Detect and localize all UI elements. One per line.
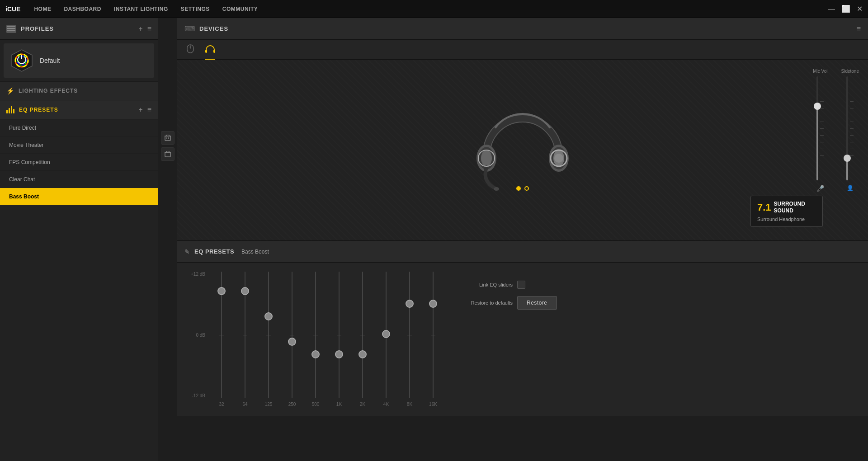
eq-handle-8k[interactable] bbox=[406, 300, 414, 308]
sidetone-ticks bbox=[850, 101, 854, 156]
mic-vol-slider-col: Mic Vol bbox=[813, 69, 827, 192]
maximize-button[interactable]: ⬜ bbox=[841, 5, 850, 13]
svg-marker-3 bbox=[11, 50, 32, 71]
eq-db-labels: +12 dB 0 dB -12 dB bbox=[191, 272, 210, 398]
eq-sliders-container: 32 64 bbox=[210, 272, 445, 407]
eq-panel-edit-icon: ✎ bbox=[184, 248, 190, 255]
nav-community[interactable]: COMMUNITY bbox=[222, 6, 258, 12]
link-eq-checkbox[interactable] bbox=[517, 281, 525, 289]
eq-label-250: 250 bbox=[288, 402, 296, 407]
eq-handle-32[interactable] bbox=[217, 287, 226, 295]
mic-icon: 🎤 bbox=[816, 185, 824, 192]
link-eq-row: Link EQ sliders bbox=[458, 281, 558, 289]
preset-item-movie-theater[interactable]: Movie Theater bbox=[0, 136, 158, 154]
sidetone-track[interactable] bbox=[846, 76, 848, 180]
headphone-area: 7.1 SURROUNDSOUND Surround Headphone Mic… bbox=[177, 60, 868, 240]
eq-db-max: +12 dB bbox=[191, 272, 205, 277]
preset-item-clear-chat[interactable]: Clear Chat bbox=[0, 171, 158, 188]
restore-row: Restore to defaults Restore bbox=[458, 296, 558, 310]
mic-vol-track[interactable] bbox=[816, 76, 818, 180]
svg-rect-1 bbox=[7, 28, 15, 29]
eq-label-32: 32 bbox=[219, 402, 224, 407]
svg-point-27 bbox=[481, 150, 492, 166]
eq-handle-1k[interactable] bbox=[335, 350, 343, 358]
delete-button[interactable] bbox=[161, 131, 175, 145]
eq-db-zero: 0 dB bbox=[196, 333, 205, 338]
profiles-menu-button[interactable]: ≡ bbox=[147, 25, 151, 33]
right-panel: ⌨ DEVICES ≡ bbox=[177, 18, 868, 461]
eq-handle-125[interactable] bbox=[264, 312, 273, 320]
svg-point-22 bbox=[190, 46, 191, 47]
eq-label-125: 125 bbox=[265, 402, 273, 407]
headphone-illustration bbox=[473, 100, 572, 200]
eq-handle-4k[interactable] bbox=[382, 330, 390, 338]
sidetone-icon: 👤 bbox=[847, 185, 854, 191]
headphone-image bbox=[473, 100, 572, 200]
preset-item-pure-direct[interactable]: Pure Direct bbox=[0, 119, 158, 136]
eq-label-16k: 16K bbox=[429, 402, 437, 407]
preset-item-bass-boost[interactable]: Bass Boost bbox=[0, 188, 158, 205]
svg-rect-8 bbox=[165, 136, 170, 141]
titlebar: iCUE HOME DASHBOARD INSTANT LIGHTING SET… bbox=[0, 0, 868, 18]
eq-db-min: -12 dB bbox=[192, 393, 205, 398]
eq-slider-32: 32 bbox=[210, 272, 233, 407]
eq-handle-16k[interactable] bbox=[429, 300, 437, 308]
svg-rect-23 bbox=[205, 50, 207, 53]
eq-slider-1k: 1K bbox=[327, 272, 351, 407]
close-button[interactable]: ✕ bbox=[857, 5, 863, 13]
eq-right-controls: Link EQ sliders Restore to defaults Rest… bbox=[458, 272, 558, 407]
device-tabs bbox=[177, 40, 868, 60]
window-controls: — ⬜ ✕ bbox=[828, 5, 863, 13]
add-profile-button[interactable]: + bbox=[138, 25, 142, 33]
eq-handle-64[interactable] bbox=[241, 287, 249, 295]
eq-presets-title: EQ PRESETS bbox=[19, 107, 134, 113]
profile-card[interactable]: Default bbox=[4, 43, 154, 78]
dot-filled bbox=[516, 186, 521, 191]
nav-home[interactable]: HOME bbox=[34, 6, 51, 12]
eq-icon bbox=[6, 106, 14, 113]
profiles-header: PROFILES + ≡ bbox=[0, 18, 158, 40]
mic-vol-label: Mic Vol bbox=[813, 69, 827, 74]
dot-empty bbox=[524, 186, 529, 191]
trash-button[interactable] bbox=[161, 147, 175, 161]
presets-menu-button[interactable]: ≡ bbox=[147, 106, 151, 114]
tab-headphones[interactable] bbox=[205, 40, 215, 60]
svg-rect-0 bbox=[7, 26, 15, 27]
eq-label-8k: 8K bbox=[407, 402, 412, 407]
surround-sub: Surround Headphone bbox=[757, 216, 816, 222]
devices-menu-icon[interactable]: ≡ bbox=[857, 25, 861, 33]
headphone-dots bbox=[516, 186, 529, 191]
minimize-button[interactable]: — bbox=[828, 5, 835, 13]
surround-version: 7.1 bbox=[757, 202, 771, 213]
eq-presets-actions: + ≡ bbox=[138, 106, 151, 114]
svg-rect-2 bbox=[7, 30, 15, 31]
eq-panel-title: EQ PRESETS bbox=[194, 248, 234, 255]
nav-settings[interactable]: SETTINGS bbox=[181, 6, 210, 12]
sidetone-slider-col: Sidetone bbox=[841, 69, 859, 191]
restore-defaults-button[interactable]: Restore bbox=[517, 296, 557, 310]
tab-mouse[interactable] bbox=[186, 40, 194, 60]
eq-slider-2k: 2K bbox=[351, 272, 374, 407]
eq-slider-16k: 16K bbox=[421, 272, 445, 407]
eq-label-2k: 2K bbox=[360, 402, 365, 407]
devices-title: DEVICES bbox=[199, 25, 857, 32]
add-preset-button[interactable]: + bbox=[138, 106, 142, 114]
keyboard-icon: ⌨ bbox=[184, 24, 195, 33]
eq-handle-500[interactable] bbox=[311, 350, 320, 358]
preset-item-fps-competition[interactable]: FPS Competition bbox=[0, 154, 158, 171]
nav-dashboard[interactable]: DASHBOARD bbox=[64, 6, 101, 12]
main-layout: PROFILES + ≡ Defa bbox=[0, 18, 868, 461]
eq-handle-250[interactable] bbox=[288, 338, 296, 346]
surround-badge: 7.1 SURROUNDSOUND Surround Headphone bbox=[750, 196, 823, 227]
eq-slider-64: 64 bbox=[233, 272, 257, 407]
svg-rect-24 bbox=[213, 50, 215, 53]
eq-label-500: 500 bbox=[312, 402, 320, 407]
sidetone-label: Sidetone bbox=[841, 69, 859, 74]
link-eq-label: Link EQ sliders bbox=[458, 282, 513, 287]
profiles-actions: + ≡ bbox=[138, 25, 151, 33]
nav-instant-lighting[interactable]: INSTANT LIGHTING bbox=[114, 6, 168, 12]
eq-handle-2k[interactable] bbox=[359, 350, 367, 358]
lighting-effects-title: LIGHTING EFFECTS bbox=[19, 88, 78, 94]
mic-vol-ticks bbox=[820, 101, 824, 156]
surround-label: SURROUNDSOUND bbox=[774, 201, 805, 215]
